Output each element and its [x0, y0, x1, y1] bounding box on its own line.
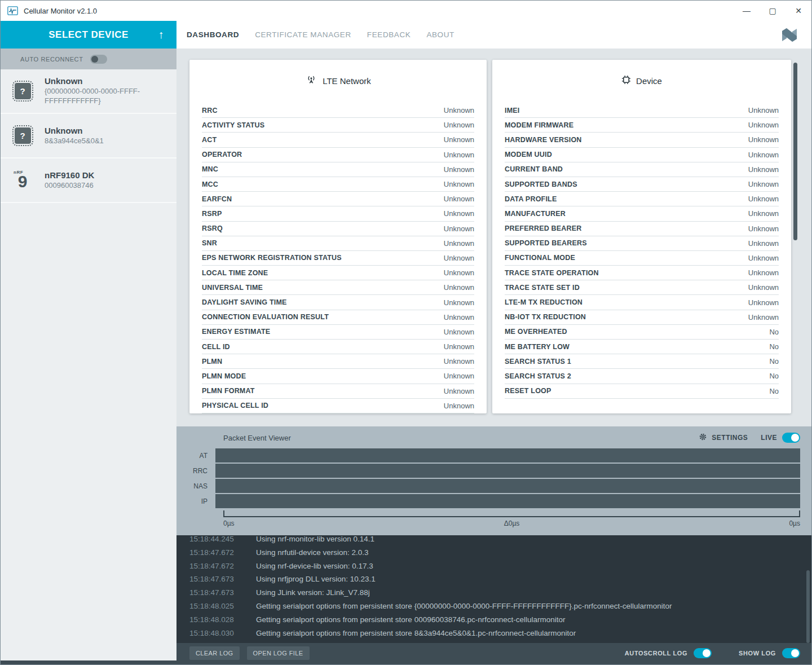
- dashboard-panel: LTE Network RRC Unknown ACTIVITY STATUS …: [176, 49, 811, 426]
- track-lane[interactable]: [215, 494, 800, 508]
- log-entry: 15:18:48.028 Getting serialport options …: [189, 613, 811, 627]
- packet-tracks: AT RRC NAS IP: [185, 448, 800, 509]
- nav-tab[interactable]: ABOUT: [426, 30, 454, 39]
- info-value: Unknown: [444, 209, 474, 218]
- packet-viewer-title: Packet Event Viewer: [223, 434, 291, 442]
- device-name: Unknown: [45, 126, 169, 135]
- nav-tab[interactable]: DASHBOARD: [187, 30, 239, 39]
- info-row: NB-IOT TX REDUCTION Unknown: [505, 310, 779, 325]
- gear-icon[interactable]: [699, 433, 707, 443]
- info-label: CURRENT BAND: [505, 165, 563, 173]
- open-log-file-button[interactable]: OPEN LOG FILE: [247, 646, 310, 660]
- close-button[interactable]: ✕: [785, 1, 811, 21]
- log-lines: 15:18:44.245 Using nrf-monitor-lib versi…: [176, 535, 811, 640]
- info-row: DAYLIGHT SAVING TIME Unknown: [202, 295, 474, 310]
- info-label: EARFCN: [202, 195, 232, 203]
- log-timestamp: 15:18:47.672: [189, 560, 240, 573]
- info-value: Unknown: [444, 121, 474, 129]
- info-value: Unknown: [748, 195, 779, 203]
- nav-tab[interactable]: FEEDBACK: [367, 30, 411, 39]
- show-log-label: SHOW LOG: [739, 650, 776, 657]
- packet-track-row: AT: [185, 448, 800, 463]
- nav-tab[interactable]: CERTIFICATE MANAGER: [255, 30, 351, 39]
- info-label: RRC: [202, 107, 218, 114]
- info-value: Unknown: [748, 224, 779, 233]
- minimize-button[interactable]: —: [734, 1, 760, 21]
- titlebar: Cellular Monitor v2.1.0 — ▢ ✕: [1, 1, 811, 21]
- info-value: No: [769, 387, 779, 395]
- info-value: No: [769, 342, 779, 351]
- device-text: Unknown 8&3a944ce5&0&1: [45, 126, 169, 146]
- packet-viewer-header: Packet Event Viewer SETTINGS LIVE: [176, 426, 811, 443]
- info-label: EPS NETWORK REGISTRATION STATUS: [202, 254, 342, 262]
- lte-card-title: LTE Network: [323, 76, 371, 86]
- log-message: Using nrfutil-device version: 2.0.3: [256, 546, 369, 560]
- window-title: Cellular Monitor v2.1.0: [24, 7, 97, 15]
- info-label: ACT: [202, 136, 217, 144]
- info-value: Unknown: [444, 387, 474, 395]
- log-timestamp: 15:18:44.245: [189, 535, 240, 546]
- dashboard-scrollbar-thumb[interactable]: [793, 63, 797, 240]
- info-row: RRC Unknown: [202, 103, 474, 118]
- autoscroll-log-toggle[interactable]: [694, 648, 712, 658]
- device-type-icon: [15, 83, 31, 99]
- info-label: DATA PROFILE: [505, 195, 557, 203]
- device-card-title: Device: [636, 76, 662, 86]
- track-lane[interactable]: [215, 479, 800, 493]
- device-icon-box: [1, 83, 45, 99]
- info-row: RSRP Unknown: [202, 206, 474, 221]
- info-value: Unknown: [444, 313, 474, 322]
- timeline-labels: 0µs Δ0µs 0µs: [223, 519, 800, 527]
- info-label: OPERATOR: [202, 151, 242, 158]
- info-value: Unknown: [444, 135, 474, 144]
- info-row: MODEM UUID Unknown: [505, 148, 779, 162]
- auto-reconnect-toggle[interactable]: [90, 55, 107, 64]
- info-value: Unknown: [444, 165, 474, 174]
- app-window: Cellular Monitor v2.1.0 — ▢ ✕ SELECT DEV…: [0, 0, 812, 665]
- device-list-item[interactable]: Unknown {00000000-0000-0000-FFFF-FFFFFFF…: [1, 69, 176, 114]
- clear-log-button[interactable]: CLEAR LOG: [189, 646, 240, 660]
- log-scrollbar-thumb[interactable]: [806, 570, 810, 643]
- timeline-start-label: 0µs: [223, 519, 235, 527]
- track-label: RRC: [185, 467, 215, 475]
- live-toggle[interactable]: [782, 433, 800, 443]
- info-label: SEARCH STATUS 2: [505, 372, 571, 380]
- info-row: PREFERRED BEARER Unknown: [505, 222, 779, 236]
- device-serial: 8&3a944ce5&0&1: [45, 136, 146, 146]
- info-row: UNIVERSAL TIME Unknown: [202, 280, 474, 295]
- info-label: DAYLIGHT SAVING TIME: [202, 298, 287, 306]
- maximize-button[interactable]: ▢: [760, 1, 785, 21]
- packet-track-row: RRC: [185, 463, 800, 478]
- info-value: Unknown: [444, 402, 474, 410]
- track-lane[interactable]: [215, 464, 800, 478]
- settings-button[interactable]: SETTINGS: [712, 434, 748, 442]
- info-label: SUPPORTED BEARERS: [505, 239, 587, 247]
- info-row: MODEM FIRMWARE Unknown: [505, 118, 779, 133]
- footer-bar: CLEAR LOG OPEN LOG FILE AUTOSCROLL LOG S…: [176, 643, 811, 665]
- info-label: MODEM FIRMWARE: [505, 121, 573, 129]
- info-row: LTE-M TX REDUCTION Unknown: [505, 295, 779, 310]
- info-row: ME OVERHEATED No: [505, 325, 779, 340]
- info-value: Unknown: [444, 195, 474, 203]
- info-value: Unknown: [748, 135, 779, 144]
- log-entry: 15:18:47.673 Using JLink version: JLink_…: [189, 586, 811, 600]
- track-lane[interactable]: [215, 448, 800, 463]
- info-row: CELL ID Unknown: [202, 340, 474, 354]
- info-row: EARFCN Unknown: [202, 192, 474, 206]
- info-row: CURRENT BAND Unknown: [505, 162, 779, 177]
- info-label: LTE-M TX REDUCTION: [505, 298, 582, 306]
- show-log-toggle[interactable]: [782, 648, 800, 658]
- info-value: Unknown: [748, 180, 779, 188]
- info-label: TRACE STATE OPERATION: [505, 269, 599, 277]
- info-value: No: [769, 357, 779, 365]
- select-device-button[interactable]: SELECT DEVICE ↑: [1, 21, 176, 49]
- device-list-item[interactable]: nRF9160 DK 000960038746: [1, 158, 176, 203]
- log-message: Getting serialport options from persiste…: [256, 613, 566, 627]
- timeline-axis[interactable]: [223, 516, 800, 518]
- info-value: Unknown: [444, 357, 474, 365]
- info-row: MANUFACTURER Unknown: [505, 206, 779, 221]
- info-label: ME BATTERY LOW: [505, 343, 570, 351]
- log-message: Getting serialport options from persiste…: [256, 600, 672, 613]
- device-list-item[interactable]: Unknown 8&3a944ce5&0&1: [1, 114, 176, 158]
- device-name: Unknown: [45, 76, 169, 86]
